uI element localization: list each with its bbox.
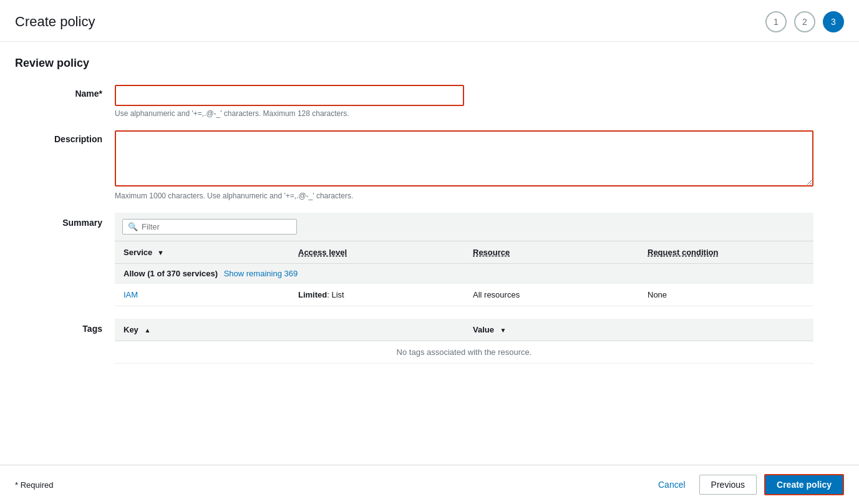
access-level-bold: Limited xyxy=(298,290,327,299)
previous-button[interactable]: Previous xyxy=(699,475,757,495)
request-condition-cell: None xyxy=(639,284,813,306)
page-header: Create policy 1 2 3 xyxy=(0,0,859,42)
col-header-request-condition: Request condition xyxy=(639,241,813,264)
main-content: Review policy Name* Use alphanumeric and… xyxy=(0,42,859,465)
tags-content: Key ▲ Value ▼ No tags associated with th… xyxy=(115,319,813,364)
name-field-wrapper: Use alphanumeric and '+=,.@-_' character… xyxy=(115,85,844,118)
iam-service-link[interactable]: IAM xyxy=(124,290,138,299)
allow-cell: Allow (1 of 370 services) Show remaining… xyxy=(115,264,813,284)
key-sort-icon[interactable]: ▲ xyxy=(144,327,150,334)
summary-table: Service ▼ Access level Resource Request … xyxy=(115,241,813,306)
description-textarea[interactable] xyxy=(115,130,813,187)
summary-row: Summary 🔍 Service ▼ xyxy=(15,213,844,306)
cancel-button[interactable]: Cancel xyxy=(652,476,692,493)
allow-text: Allow (1 of 370 services) xyxy=(124,269,218,278)
show-remaining-link[interactable]: Show remaining 369 xyxy=(224,269,298,278)
service-cell: IAM xyxy=(115,284,289,306)
filter-bar: 🔍 xyxy=(115,213,813,241)
required-note: * Required xyxy=(15,480,53,490)
name-hint: Use alphanumeric and '+=,.@-_' character… xyxy=(115,109,844,118)
col-header-resource: Resource xyxy=(464,241,639,264)
col-header-key: Key ▲ xyxy=(115,319,464,341)
value-sort-icon[interactable]: ▼ xyxy=(500,327,507,334)
col-header-service: Service ▼ xyxy=(115,241,289,264)
description-field-wrapper: Maximum 1000 characters. Use alphanumeri… xyxy=(115,130,844,200)
access-level-cell: Limited: List xyxy=(289,284,464,306)
review-policy-heading: Review policy xyxy=(15,57,844,70)
page-footer: * Required Cancel Previous Create policy xyxy=(0,465,859,504)
filter-input-wrapper: 🔍 xyxy=(122,219,297,235)
allow-row: Allow (1 of 370 services) Show remaining… xyxy=(115,264,813,284)
create-policy-button[interactable]: Create policy xyxy=(764,474,844,495)
no-tags-message: No tags associated with the resource. xyxy=(115,341,813,364)
step-indicators: 1 2 3 xyxy=(765,11,844,32)
access-level-rest: : List xyxy=(327,290,344,299)
name-input[interactable] xyxy=(115,85,464,106)
filter-input[interactable] xyxy=(142,222,291,231)
name-label: Name* xyxy=(15,85,115,118)
footer-buttons: Cancel Previous Create policy xyxy=(652,474,844,495)
col-header-access: Access level xyxy=(289,241,464,264)
step-2: 2 xyxy=(794,11,815,32)
resource-cell: All resources xyxy=(464,284,639,306)
step-1: 1 xyxy=(765,11,787,32)
col-header-value: Value ▼ xyxy=(464,319,813,341)
tags-table: Key ▲ Value ▼ No tags associated with th… xyxy=(115,319,813,364)
step-3: 3 xyxy=(823,11,844,32)
search-icon: 🔍 xyxy=(128,222,138,231)
service-sort-icon[interactable]: ▼ xyxy=(157,249,164,256)
description-row: Description Maximum 1000 characters. Use… xyxy=(15,130,844,200)
table-row: IAM Limited: List All resources None xyxy=(115,284,813,306)
description-label: Description xyxy=(15,130,115,200)
name-row: Name* Use alphanumeric and '+=,.@-_' cha… xyxy=(15,85,844,118)
summary-label: Summary xyxy=(15,213,115,306)
tags-row: Tags Key ▲ Value ▼ xyxy=(15,319,844,364)
page-title: Create policy xyxy=(15,14,95,30)
description-hint: Maximum 1000 characters. Use alphanumeri… xyxy=(115,191,844,200)
summary-content: 🔍 Service ▼ Access level xyxy=(115,213,813,306)
no-tags-row: No tags associated with the resource. xyxy=(115,341,813,364)
tags-label: Tags xyxy=(15,319,115,364)
